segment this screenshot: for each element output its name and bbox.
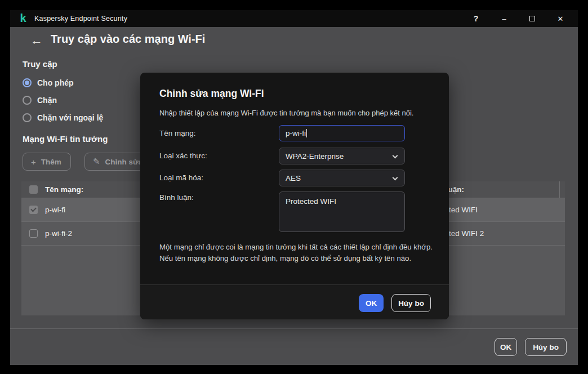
radio-label: Chặn [37,96,57,105]
pencil-icon: ✎ [93,157,100,167]
cancel-button[interactable]: Hủy bỏ [525,338,567,356]
comment-value: Protected WIFI [286,197,336,206]
column-divider [559,181,560,198]
radio-option-block[interactable]: Chặn [23,94,57,106]
trusted-networks-heading: Mạng Wi-Fi tin tưởng [23,134,108,144]
add-button[interactable]: + Thêm [23,153,71,171]
radio-option-block-exceptions[interactable]: Chặn với ngoại lệ [23,112,103,124]
encryption-type-select[interactable]: AES [279,170,405,186]
chevron-down-icon [393,175,398,181]
encryption-type-label: Loại mã hóa: [159,173,203,182]
titlebar: k Kaspersky Endpoint Security ? – ✕ [10,10,578,27]
row-checkbox[interactable] [29,229,38,238]
radio-icon[interactable] [23,96,32,105]
radio-label: Chặn với ngoại lệ [37,113,103,122]
radio-icon[interactable] [23,113,32,122]
text-cursor [306,129,307,137]
minimize-icon[interactable]: – [490,10,518,27]
comment-textarea[interactable]: Protected WIFI [279,192,405,232]
back-arrow-icon[interactable]: ← [30,34,43,47]
radio-option-allow[interactable]: Cho phép [23,77,74,89]
network-name-input[interactable]: p-wi-fi [279,125,405,141]
dialog-title: Chỉnh sửa mạng Wi-Fi [159,88,264,100]
dialog-subtitle: Nhập thiết lập của mạng Wi-Fi được tin t… [159,109,413,117]
dialog-ok-button[interactable]: OK [359,294,384,312]
encryption-type-value: AES [286,174,301,182]
kaspersky-logo-icon: k [17,13,29,24]
network-name-cell: p-wi-fi [45,206,65,214]
select-all-checkbox[interactable] [29,185,38,194]
app-window: k Kaspersky Endpoint Security ? – ✕ ← Tr… [10,10,578,365]
page-title: Truy cập vào các mạng Wi-Fi [51,33,205,46]
help-icon[interactable]: ? [462,10,490,27]
access-heading: Truy cập [23,59,57,69]
footer-divider [10,328,578,329]
close-icon[interactable]: ✕ [546,10,574,27]
dialog-footer: OK Hủy bỏ [140,284,449,319]
dialog-note: Một mạng chỉ được coi là mạng tin tưởng … [159,242,438,264]
auth-type-label: Loại xác thực: [159,152,207,160]
edit-wifi-dialog: Chỉnh sửa mạng Wi-Fi Nhập thiết lập của … [140,73,449,319]
edit-button-label: Chỉnh sửa [105,158,143,166]
window-controls: ? – ✕ [462,10,574,27]
network-name-cell: p-wi-fi-2 [45,229,72,238]
radio-label: Cho phép [37,78,74,87]
dialog-cancel-button[interactable]: Hủy bỏ [391,294,431,312]
chevron-down-icon [393,153,398,159]
network-name-label: Tên mạng: [159,129,196,137]
app-title: Kaspersky Endpoint Security [34,15,127,23]
radio-selected-icon[interactable] [23,78,32,87]
ok-button[interactable]: OK [495,338,517,356]
plus-icon: + [31,157,36,167]
row-checkbox-checked[interactable] [29,206,38,214]
auth-type-select[interactable]: WPA2-Enterprise [279,148,405,164]
comment-label: Bình luận: [159,193,194,202]
maximize-icon[interactable] [518,10,546,27]
column-header-name: Tên mạng: [45,185,83,194]
auth-type-value: WPA2-Enterprise [286,152,344,161]
network-name-value: p-wi-fi [286,129,306,137]
add-button-label: Thêm [41,158,61,166]
